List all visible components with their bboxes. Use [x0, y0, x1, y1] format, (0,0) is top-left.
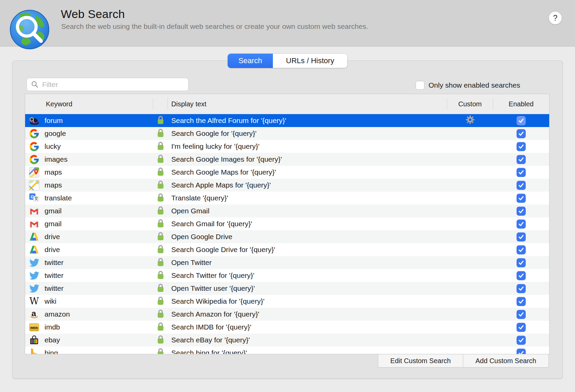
table-row[interactable]: twitterSearch Twitter for '{query}': [25, 269, 549, 282]
enabled-checkbox[interactable]: [517, 284, 526, 293]
enabled-checkbox[interactable]: [517, 232, 526, 242]
enabled-checkbox[interactable]: [517, 116, 526, 125]
table-row[interactable]: mapsSearch Google Maps for '{query}': [25, 166, 549, 179]
keyword-text: maps: [45, 168, 62, 176]
lock-icon: [157, 206, 164, 217]
lock-cell: [153, 154, 168, 165]
table-row[interactable]: bingSearch bing for '{query}': [25, 346, 549, 354]
column-header-lock[interactable]: [153, 98, 168, 110]
table-header-row: Keyword Display text Custom Enabled: [25, 94, 549, 114]
lock-icon: [157, 115, 164, 126]
enabled-checkbox[interactable]: [517, 207, 526, 216]
gear-icon[interactable]: [465, 114, 475, 127]
keyword-cell: images: [25, 154, 153, 165]
enabled-checkbox[interactable]: [517, 297, 526, 306]
keyword-cell: gmail: [25, 206, 153, 216]
enabled-checkbox[interactable]: [517, 245, 526, 254]
enabled-checkbox[interactable]: [517, 168, 526, 177]
keyword-cell: Wwiki: [25, 296, 153, 307]
searches-table: Keyword Display text Custom Enabled foru…: [25, 94, 550, 354]
column-header-custom[interactable]: Custom: [447, 98, 493, 110]
table-row[interactable]: IMDbimdbSearch IMDB for '{query}': [25, 321, 549, 334]
enabled-cell: [493, 310, 549, 319]
enabled-checkbox[interactable]: [517, 155, 526, 164]
twitter-icon: [29, 283, 40, 294]
filter-field[interactable]: [27, 78, 189, 91]
table-row[interactable]: GtranslateTranslate '{query}': [25, 192, 549, 204]
table-row[interactable]: driveOpen Google Drive: [25, 230, 549, 243]
keyword-cell: lucky: [25, 141, 153, 152]
display-text-cell: Search IMDB for '{query}': [168, 323, 447, 331]
svg-text:W: W: [30, 296, 39, 306]
column-header-keyword[interactable]: Keyword: [25, 98, 153, 110]
enabled-checkbox[interactable]: [517, 336, 526, 345]
google-maps-icon: [29, 167, 40, 178]
custom-cell: [447, 114, 493, 127]
table-row[interactable]: WwikiSearch Wikipedia for '{query}': [25, 295, 549, 308]
enabled-checkbox[interactable]: [517, 310, 526, 319]
enabled-cell: [493, 194, 549, 203]
enabled-checkbox[interactable]: [517, 181, 526, 190]
add-custom-search-button[interactable]: Add Custom Search: [463, 354, 549, 368]
tab-urls-history[interactable]: URLs / History: [273, 54, 347, 68]
table-row[interactable]: twitterOpen Twitter user '{query}': [25, 282, 549, 295]
lock-icon: [157, 270, 164, 281]
enabled-checkbox[interactable]: [517, 142, 526, 151]
table-row[interactable]: mapsSearch Apple Maps for '{query}': [25, 179, 549, 192]
lock-cell: [153, 180, 168, 191]
apple-maps-icon: [29, 180, 40, 191]
table-row[interactable]: driveSearch Google Drive for '{query}': [25, 243, 549, 256]
keyword-text: twitter: [45, 284, 64, 292]
enabled-checkbox[interactable]: [517, 219, 526, 229]
lock-cell: [153, 141, 168, 152]
enabled-checkbox[interactable]: [517, 258, 526, 267]
keyword-text: translate: [45, 194, 72, 202]
enabled-checkbox[interactable]: [517, 129, 526, 138]
keyword-cell: drive: [25, 244, 153, 255]
enabled-checkbox[interactable]: [517, 271, 526, 280]
google-drive-icon: [29, 244, 40, 255]
lock-cell: [153, 115, 168, 126]
google-drive-icon: [29, 231, 40, 242]
magnifier-icon: [31, 81, 39, 89]
google-icon: [29, 154, 40, 165]
table-row[interactable]: googleSearch Google for '{query}': [25, 127, 549, 140]
keyword-text: twitter: [45, 259, 64, 267]
lock-icon: [157, 231, 164, 243]
only-show-enabled-label: Only show enabled searches: [429, 81, 520, 89]
keyword-text: gmail: [45, 207, 62, 215]
table-row[interactable]: ebaySearch eBay for '{query}': [25, 334, 549, 346]
table-row[interactable]: imagesSearch Google Images for '{query}': [25, 153, 549, 166]
lock-cell: [153, 231, 168, 243]
enabled-cell: [493, 232, 549, 242]
lock-icon: [157, 322, 164, 333]
lock-icon: [157, 335, 164, 346]
column-header-enabled[interactable]: Enabled: [493, 100, 549, 108]
bing-icon: [29, 348, 40, 354]
lock-icon: [157, 309, 164, 320]
enabled-cell: [493, 129, 549, 138]
only-show-enabled-checkbox[interactable]: [416, 81, 424, 90]
enabled-checkbox[interactable]: [517, 194, 526, 203]
svg-text:a: a: [31, 309, 36, 318]
help-button[interactable]: ?: [549, 12, 562, 24]
enabled-checkbox[interactable]: [517, 323, 526, 332]
alfred-hat-icon: [29, 115, 40, 126]
ebay-icon: [29, 335, 40, 345]
table-row[interactable]: gmailSearch Gmail for '{query}': [25, 217, 549, 230]
table-row[interactable]: forumSearch the Alfred Forum for '{query…: [25, 114, 549, 127]
column-header-display-text[interactable]: Display text: [168, 98, 447, 110]
lock-cell: [153, 322, 168, 333]
edit-custom-search-button[interactable]: Edit Custom Search: [378, 354, 463, 368]
lock-icon: [157, 348, 164, 355]
keyword-cell: Gtranslate: [25, 193, 153, 203]
table-row[interactable]: gmailOpen Gmail: [25, 204, 549, 217]
table-row[interactable]: aamazonSearch Amazon for '{query}': [25, 308, 549, 321]
table-row[interactable]: twitterOpen Twitter: [25, 256, 549, 269]
enabled-checkbox[interactable]: [517, 349, 526, 355]
display-text-cell: Open Google Drive: [168, 233, 447, 241]
table-row[interactable]: luckyI'm feeling lucky for '{query}': [25, 140, 549, 153]
filter-input[interactable]: [42, 81, 178, 89]
keyword-cell: bing: [25, 348, 153, 354]
tab-search[interactable]: Search: [228, 54, 273, 68]
